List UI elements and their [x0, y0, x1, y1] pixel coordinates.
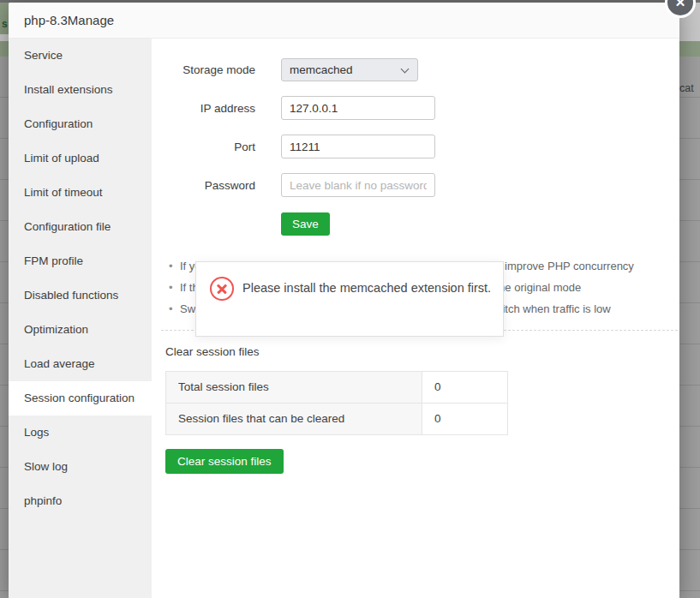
save-button[interactable]: Save — [281, 212, 330, 236]
sidebar-menu: ServiceInstall extensionsConfigurationLi… — [9, 39, 152, 598]
backdrop-text-fragment-left: s — [2, 18, 8, 30]
table-row-value: 0 — [422, 404, 507, 434]
table-row: Session files that can be cleared0 — [166, 403, 507, 434]
sidebar-item-service[interactable]: Service — [9, 39, 152, 73]
save-row: Save — [152, 212, 679, 236]
storage-mode-row: Storage mode memcached — [152, 57, 679, 81]
clear-session-title: Clear session files — [165, 345, 679, 358]
ip-address-row: IP address — [152, 96, 679, 120]
table-row-value: 0 — [422, 372, 507, 403]
clear-session-files-button[interactable]: Clear session files — [165, 449, 284, 474]
sidebar-item-install-extensions[interactable]: Install extensions — [9, 73, 152, 107]
session-form: Storage mode memcached IP address Port — [152, 39, 679, 236]
sidebar-item-fpm-profile[interactable]: FPM profile — [9, 244, 152, 278]
chevron-down-icon — [401, 64, 410, 73]
sidebar-item-phpinfo[interactable]: phpinfo — [9, 484, 152, 518]
sidebar-item-configuration[interactable]: Configuration — [9, 107, 152, 141]
sidebar-item-load-average[interactable]: Load average — [9, 347, 152, 381]
modal-header: php-8.3Manage — [9, 3, 679, 39]
sidebar-item-limit-of-timeout[interactable]: Limit of timeout — [9, 176, 152, 210]
ip-address-field[interactable] — [281, 96, 435, 120]
table-row-label: Session files that can be cleared — [166, 404, 422, 434]
port-row: Port — [152, 135, 679, 158]
ip-address-label: IP address — [152, 102, 255, 115]
sidebar-item-logs[interactable]: Logs — [9, 416, 152, 450]
password-field[interactable] — [281, 173, 435, 197]
sidebar-item-disabled-functions[interactable]: Disabled functions — [9, 278, 152, 313]
password-label: Password — [152, 179, 255, 192]
storage-mode-value: memcached — [290, 63, 353, 76]
sidebar-item-session-configuration[interactable]: Session configuration — [9, 381, 152, 416]
session-files-table: Total session files0Session files that c… — [165, 371, 508, 435]
error-toast: Please install the memcached extension f… — [195, 261, 504, 337]
table-row-label: Total session files — [166, 372, 422, 403]
backdrop-text-fragment-right: cat — [679, 82, 694, 94]
password-row: Password — [152, 173, 679, 197]
sidebar-item-slow-log[interactable]: Slow log — [9, 450, 152, 484]
sidebar-item-configuration-file[interactable]: Configuration file — [9, 210, 152, 244]
storage-mode-label: Storage mode — [152, 63, 255, 76]
error-toast-message: Please install the memcached extension f… — [242, 274, 496, 302]
table-row: Total session files0 — [166, 372, 507, 403]
sidebar-item-limit-of-upload[interactable]: Limit of upload — [9, 141, 152, 176]
sidebar-item-optimization[interactable]: Optimization — [9, 313, 152, 347]
storage-mode-select[interactable]: memcached — [281, 58, 418, 81]
port-field[interactable] — [281, 135, 435, 158]
screen: s cat ✕ php-8.3Manage ServiceInstall ext… — [0, 0, 700, 598]
error-icon — [210, 277, 234, 301]
port-label: Port — [152, 141, 255, 153]
modal-title: php-8.3Manage — [24, 13, 114, 27]
